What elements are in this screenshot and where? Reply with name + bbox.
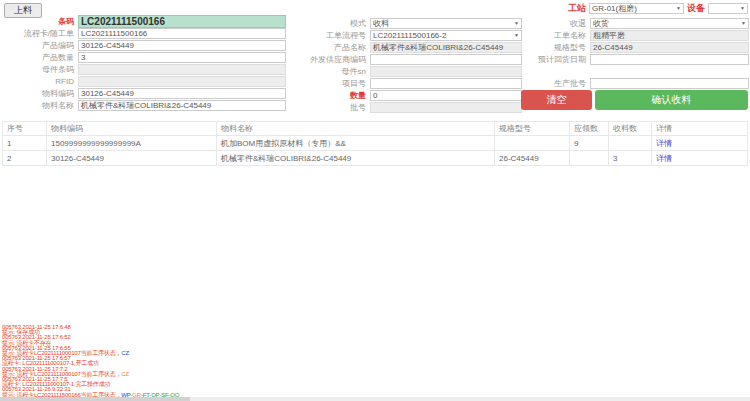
cell-received-qty: 3 xyxy=(609,151,652,166)
clear-button[interactable]: 清空 xyxy=(521,90,592,110)
chevron-down-icon: ▼ xyxy=(740,6,745,11)
horizontal-scrollbar[interactable] xyxy=(0,397,750,401)
cell-seq: 2 xyxy=(3,151,47,166)
barcode-label: 条码 xyxy=(2,16,78,27)
cell-material-code: 1509999999999999999A xyxy=(47,136,217,151)
rfid-input[interactable] xyxy=(78,76,286,87)
form-row-wo-name: 工单名称 粗精平磨 xyxy=(528,29,749,41)
batch-no-input[interactable] xyxy=(370,102,522,113)
wo-flow-no-label: 工单流程号 xyxy=(292,30,370,41)
material-code-label: 物料编码 xyxy=(2,88,78,99)
parent-barcode-input[interactable] xyxy=(78,64,286,75)
parent-sn-input[interactable] xyxy=(370,66,522,77)
barcode-input[interactable]: LC2021111500166 xyxy=(78,15,286,28)
form-row-receive-return: 收退 收货 ▼ xyxy=(528,17,749,29)
cell-required-qty xyxy=(570,151,609,166)
cell-material-code: 30126-C45449 xyxy=(47,151,217,166)
form-row-project-no: 项目号 xyxy=(292,77,522,89)
form-row-parent-sn: 母件sn xyxy=(292,65,522,77)
cell-material-name: 机加BOM用虚拟原材料（专用）&& xyxy=(217,136,495,151)
product-qty-label: 产品数量 xyxy=(2,52,78,63)
product-code-input[interactable]: 30126-C45449 xyxy=(78,40,286,51)
form-column-middle: 模式 收料 ▼ 工单流程号 LC2021111500166-2 ▼ 产品名称 机… xyxy=(292,17,522,113)
chevron-down-icon: ▼ xyxy=(741,21,746,26)
form-row-material-code: 物料编码 30126-C45449 xyxy=(2,87,286,99)
wo-flow-no-select-value: LC2021111500166-2 xyxy=(373,31,446,40)
material-name-label: 物料名称 xyxy=(2,100,78,111)
header-spec: 规格型号 xyxy=(495,122,570,136)
table-header-row: 序号 物料编码 物料名称 规格型号 应领数 收料数 详情 xyxy=(3,122,748,136)
form-row-batch-no: 批号 xyxy=(292,101,522,113)
mode-select[interactable]: 收料 ▼ xyxy=(370,18,522,29)
detail-link[interactable]: 详情 xyxy=(656,154,672,163)
confirm-receive-button[interactable]: 确认收料 xyxy=(595,90,748,110)
scrollbar-thumb[interactable] xyxy=(0,397,190,401)
form-row-wo-flow-no: 工单流程号 LC2021111500166-2 ▼ xyxy=(292,29,522,41)
material-code-input[interactable]: 30126-C45449 xyxy=(78,88,286,99)
form-spacer xyxy=(528,65,749,77)
header-material-name: 物料名称 xyxy=(217,122,495,136)
form-row-spec-model: 规格型号 26-C45449 xyxy=(528,41,749,53)
detail-link[interactable]: 详情 xyxy=(656,139,672,148)
form-row-product-name: 产品名称 机械零件&科瑞COLIBRI&26-C45449 xyxy=(292,41,522,53)
chevron-down-icon: ▼ xyxy=(514,33,519,38)
header-detail: 详情 xyxy=(652,122,748,136)
materials-table: 序号 物料编码 物料名称 规格型号 应领数 收料数 详情 1 150999999… xyxy=(2,121,748,166)
form-row-mode: 模式 收料 ▼ xyxy=(292,17,522,29)
wo-name-label: 工单名称 xyxy=(528,30,590,41)
wo-flow-no-select[interactable]: LC2021111500166-2 ▼ xyxy=(370,30,522,41)
cell-detail: 详情 xyxy=(652,151,748,166)
cell-spec: 26-C45449 xyxy=(495,151,570,166)
device-select[interactable]: ▼ xyxy=(708,3,748,14)
parent-sn-label: 母件sn xyxy=(292,66,370,77)
rfid-label: RFID xyxy=(2,77,78,86)
product-qty-input[interactable]: 3 xyxy=(78,52,286,63)
supplier-code-input[interactable] xyxy=(370,54,522,65)
topbar-right: 工站 GR-01(粗磨) ▼ 设备 ▼ xyxy=(568,2,748,15)
form-row-parent-barcode: 母件条码 xyxy=(2,63,286,75)
wo-name-input[interactable]: 粗精平磨 xyxy=(590,30,749,41)
mode-select-value: 收料 xyxy=(373,19,389,28)
cell-received-qty xyxy=(609,136,652,151)
form-row-barcode: 条码 LC2021111500166 xyxy=(2,15,286,27)
chevron-down-icon: ▼ xyxy=(676,6,681,11)
product-code-label: 产品编码 xyxy=(2,40,78,51)
quantity-input[interactable]: 0 xyxy=(370,90,522,101)
form-row-material-name: 物料名称 机械零件&科瑞COLIBRI&26-C45449 xyxy=(2,99,286,111)
flow-card-input[interactable]: LC2021111500166 xyxy=(78,28,286,39)
expected-return-date-label: 预计回货日期 xyxy=(528,54,590,65)
cell-seq: 1 xyxy=(3,136,47,151)
form-row-quantity: 数量 0 xyxy=(292,89,522,101)
form-row-product-qty: 产品数量 3 xyxy=(2,51,286,63)
station-select[interactable]: GR-01(粗磨) ▼ xyxy=(589,3,684,14)
spec-model-input[interactable]: 26-C45449 xyxy=(590,42,749,53)
product-name-input[interactable]: 机械零件&科瑞COLIBRI&26-C45449 xyxy=(370,42,522,53)
form-column-right: 收退 收货 ▼ 工单名称 粗精平磨 规格型号 26-C45449 预计回货日期 … xyxy=(528,17,749,89)
expected-return-date-input[interactable] xyxy=(590,54,749,65)
material-name-input[interactable]: 机械零件&科瑞COLIBRI&26-C45449 xyxy=(78,100,286,111)
form-row-flow-card: 流程卡/随工单 LC2021111500166 xyxy=(2,27,286,39)
station-select-value: GR-01(粗磨) xyxy=(592,4,637,13)
product-name-label: 产品名称 xyxy=(292,42,370,53)
form-row-product-code: 产品编码 30126-C45449 xyxy=(2,39,286,51)
cell-detail: 详情 xyxy=(652,136,748,151)
receive-return-select-value: 收货 xyxy=(593,19,609,28)
table-row: 2 30126-C45449 机械零件&科瑞COLIBRI&26-C45449 … xyxy=(3,151,748,166)
production-batch-input[interactable] xyxy=(590,78,749,89)
form-row-rfid: RFID xyxy=(2,75,286,87)
cell-required-qty: 9 xyxy=(570,136,609,151)
supplier-code-label: 外发供应商编码 xyxy=(292,54,370,65)
form-row-production-batch: 生产批号 xyxy=(528,77,749,89)
table-row: 1 1509999999999999999A 机加BOM用虚拟原材料（专用）&&… xyxy=(3,136,748,151)
project-no-input[interactable] xyxy=(370,78,522,89)
batch-no-label: 批号 xyxy=(292,102,370,113)
cell-spec xyxy=(495,136,570,151)
receive-return-select[interactable]: 收货 ▼ xyxy=(590,18,749,29)
device-label: 设备 xyxy=(687,2,705,15)
header-material-code: 物料编码 xyxy=(47,122,217,136)
header-received-qty: 收料数 xyxy=(609,122,652,136)
operation-log: 005763 2021-11-25 17:6:48 提示: 保存成功 00576… xyxy=(2,325,748,398)
cell-material-name: 机械零件&科瑞COLIBRI&26-C45449 xyxy=(217,151,495,166)
form-column-left: 条码 LC2021111500166 流程卡/随工单 LC20211115001… xyxy=(2,15,286,111)
parent-barcode-label: 母件条码 xyxy=(2,64,78,75)
